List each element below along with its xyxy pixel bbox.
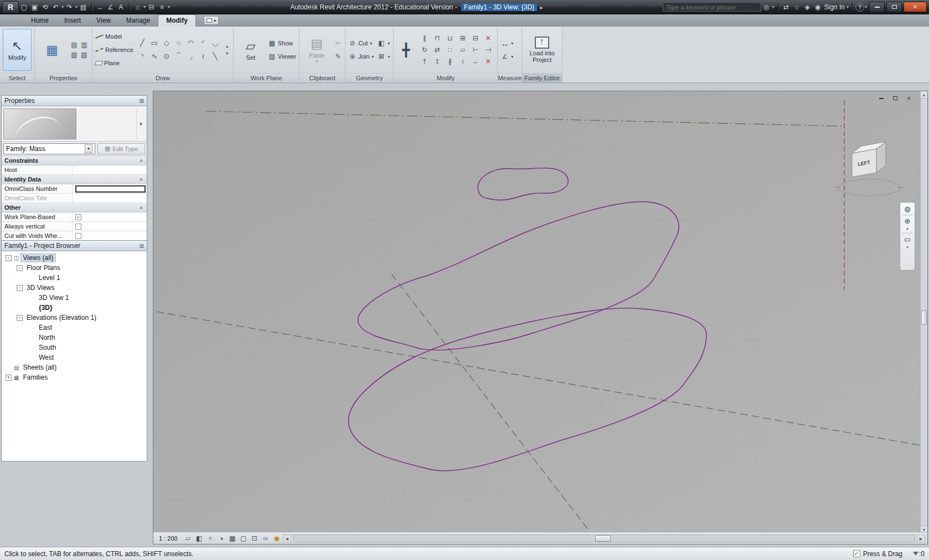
property-row[interactable]: OmniClass Title (2, 194, 147, 203)
view-minimize-button[interactable] (877, 95, 885, 102)
print-icon[interactable]: ▤ (79, 1, 88, 13)
minimize-button[interactable] (869, 2, 885, 12)
scroll-up-icon[interactable]: ▲ (225, 44, 229, 48)
panel-label-work-plane[interactable]: Work Plane (234, 73, 299, 82)
scroll-right-icon[interactable]: ▶ (917, 535, 925, 542)
work-plane-based-checkbox[interactable]: ✓ (75, 214, 81, 220)
view-cube-compass-ring[interactable] (838, 179, 900, 196)
tab-insert[interactable]: Insert (56, 15, 89, 27)
edit-type-button[interactable]: ▦ Edit Type (97, 143, 145, 154)
align-icon[interactable]: ∥ (418, 33, 431, 44)
set-work-plane-button[interactable]: ▱ Set (236, 29, 265, 71)
spline-blob-small[interactable] (478, 168, 568, 200)
detail-level-icon[interactable]: ▱ (183, 535, 193, 542)
tree-item-south[interactable]: South (2, 343, 147, 352)
chevron-down-icon[interactable]: ▾ (906, 245, 909, 250)
tree-item-floor-plans[interactable]: −Floor Plans (2, 263, 147, 273)
type-properties-icon[interactable]: ▨ (79, 50, 89, 60)
chevron-down-icon[interactable]: ▾ (75, 4, 78, 9)
panel-label-modify[interactable]: Modify (394, 73, 497, 82)
reference-line-button[interactable]: Reference (95, 44, 133, 56)
view-restore-button[interactable] (891, 95, 899, 102)
line-tool-icon[interactable]: ╱ (136, 37, 148, 50)
paste-button[interactable]: ▤ Paste ▾ (302, 29, 331, 71)
tree-item-east[interactable]: East (2, 323, 147, 333)
panel-label-select[interactable]: Select (0, 73, 34, 82)
tree-item-elevations[interactable]: −Elevations (Elevation 1) (2, 313, 147, 323)
property-row[interactable]: Cut with Voids Whe... (2, 231, 147, 241)
arc-tool-icon[interactable]: ◜ (197, 37, 209, 50)
default-3d-view-icon[interactable]: ⌂ (133, 1, 142, 13)
search-input[interactable] (663, 2, 761, 12)
search-icon[interactable]: ◎ (762, 1, 771, 13)
paint-icon[interactable]: ◧ (377, 39, 385, 47)
mirror-icon[interactable]: ⇄ (431, 44, 443, 56)
tab-manage[interactable]: Manage (118, 15, 158, 27)
chevron-down-icon[interactable]: ▾ (772, 4, 775, 9)
selection-filter[interactable]: :0 (913, 550, 925, 558)
property-value[interactable] (73, 194, 147, 203)
panel-window-icon[interactable]: ⊞ (140, 243, 144, 249)
open-icon[interactable]: ▢ (19, 1, 29, 13)
sync-icon[interactable]: ⟲ (40, 1, 50, 13)
panel-label-properties[interactable]: Properties (35, 73, 92, 82)
rectangle-tool-icon[interactable]: ▭ (148, 37, 161, 50)
undo-icon[interactable]: ↶ (51, 1, 60, 13)
rotate-icon[interactable]: ↻ (418, 44, 431, 56)
scale-icon[interactable]: ▱ (456, 44, 469, 56)
chevron-down-icon[interactable]: ▾ (143, 4, 146, 9)
trim-icon[interactable]: ⊢ (469, 44, 482, 56)
reveal-hidden-icon[interactable]: ◉ (272, 535, 282, 542)
help-icon[interactable]: ? (855, 3, 864, 12)
arc-tool-icon[interactable]: ◠ (185, 37, 197, 50)
show-crop-icon[interactable]: ⊡ (250, 535, 260, 542)
panel-label-clipboard[interactable]: Clipboard (300, 73, 345, 82)
join-cut-icon[interactable]: ⊔ (443, 33, 456, 44)
property-value[interactable] (73, 165, 147, 174)
drawing-viewport[interactable]: LEFT ✕ ◍ ⊕ ▾ ▭ ▾ ▲ ▼ 1 : 200 ▱ (153, 91, 928, 545)
polygon-tool-icon[interactable]: ◇ (161, 37, 173, 50)
property-row[interactable]: Always vertical (2, 222, 147, 231)
panel-label-family-editor[interactable]: Family Editor (522, 73, 562, 82)
measure-icon[interactable]: ↔ (95, 1, 105, 13)
user-icon[interactable]: ◉ (813, 1, 823, 13)
type-preview[interactable]: ▾ (2, 106, 147, 142)
view-close-button[interactable]: ✕ (905, 95, 913, 102)
customize-quick-access-icon[interactable]: ▾ (168, 4, 170, 9)
visual-style-icon[interactable]: ◧ (194, 535, 204, 542)
drawing-area[interactable]: LEFT (153, 91, 921, 533)
panel-label-draw[interactable]: Draw (92, 73, 233, 82)
steering-wheel-icon[interactable]: ◍ (904, 205, 910, 213)
collapse-icon[interactable]: « (139, 159, 145, 162)
wall-joins-icon[interactable]: ⊞ (456, 33, 469, 44)
collapse-box-icon[interactable]: − (17, 285, 23, 291)
tree-item-3d-views[interactable]: −3D Views (2, 283, 147, 293)
section-icon[interactable]: ⊟ (147, 1, 156, 13)
chevron-down-icon[interactable]: ▾ (61, 4, 64, 9)
panel-window-icon[interactable]: ⊞ (140, 98, 144, 104)
application-menu-button[interactable]: R (2, 1, 19, 13)
viewer-button[interactable]: ▧ Viewer (268, 50, 296, 63)
ellipse-tool-icon[interactable]: ⊙ (161, 50, 173, 63)
pick-edges-tool-icon[interactable]: ╲ (209, 50, 221, 63)
tree-item-sheets[interactable]: ▤Sheets (all) (2, 362, 147, 372)
offset-vertical-icon[interactable]: ↕ (456, 56, 469, 68)
pin-icon[interactable]: † (418, 56, 431, 68)
scale-button[interactable]: 1 : 200 (158, 535, 182, 542)
restore-button[interactable] (886, 2, 902, 12)
communication-center-icon[interactable]: ◈ (803, 1, 812, 13)
panel-label-measure[interactable]: Measure (498, 73, 522, 82)
reference-plane-a[interactable] (156, 312, 921, 445)
show-work-plane-button[interactable]: ▦ Show (268, 37, 296, 49)
tree-item-level-1[interactable]: Level 1 (2, 273, 147, 283)
chevron-right-icon[interactable]: ▸ (540, 4, 543, 11)
array-icon[interactable]: ∷ (443, 44, 456, 56)
save-icon[interactable]: ▣ (30, 1, 39, 13)
demolish-icon[interactable]: ⊠ (377, 53, 385, 60)
tab-view[interactable]: View (89, 15, 118, 27)
match-type-icon[interactable]: ✎ (334, 53, 342, 60)
scroll-down-icon[interactable]: ▼ (225, 51, 229, 55)
exchange-apps-icon[interactable]: ⇄ (782, 1, 791, 13)
ribbon-display-toggle[interactable]: ▾ (204, 16, 219, 25)
rendering-dialog-icon[interactable]: ▦ (228, 535, 238, 542)
